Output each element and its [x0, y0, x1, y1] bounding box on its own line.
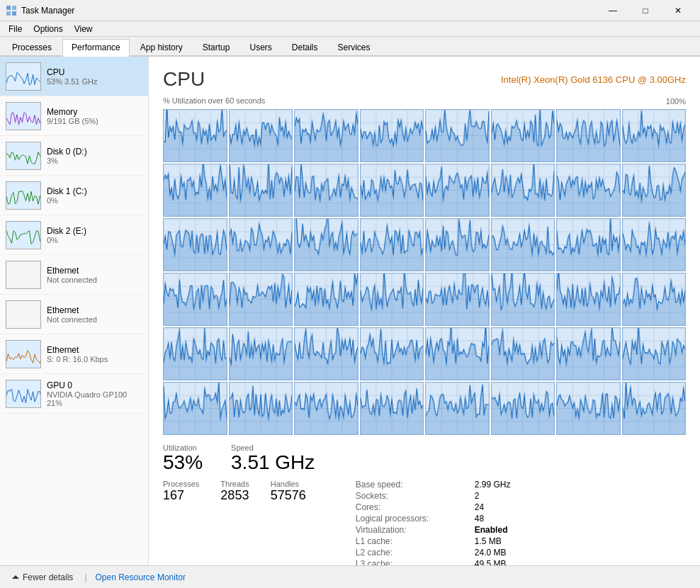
open-resource-monitor-label: Open Resource Monitor [96, 572, 186, 582]
cpu-graph-cell-12 [425, 164, 490, 217]
sidebar-item-disk1[interactable]: Disk 1 (C:) 0% [0, 176, 148, 215]
sidebar-item-eth2[interactable]: Ethernet Not connected [0, 295, 148, 334]
spec-l3-label: L3 cache: [356, 559, 469, 565]
cpu-graph-cell-18 [294, 218, 359, 271]
sidebar-detail-disk2: 0% [47, 236, 142, 244]
cpu-graph-cell-5 [491, 109, 555, 162]
detail-panel: CPU Intel(R) Xeon(R) Gold 6136 CPU @ 3.0… [149, 57, 700, 565]
cpu-graph-cell-2 [294, 109, 359, 162]
sidebar-thumb-disk2 [6, 221, 41, 249]
cpu-graph-cell-35 [360, 327, 424, 380]
cpu-graph-cell-34 [294, 327, 359, 380]
sidebar-info-cpu: CPU 53% 3.51 GHz [47, 67, 142, 86]
sidebar-item-cpu[interactable]: CPU 53% 3.51 GHz [0, 57, 148, 96]
tab-services[interactable]: Services [329, 39, 380, 55]
cpu-graph-cell-30 [556, 273, 621, 326]
cpu-graph-cell-19 [360, 218, 424, 271]
cpu-graph-cell-28 [425, 273, 490, 326]
app-icon [6, 5, 17, 16]
tab-performance[interactable]: Performance [62, 39, 130, 57]
spec-base-speed: Base speed: 2.99 GHz [356, 480, 511, 490]
svg-rect-2 [6, 11, 11, 16]
sidebar-detail-memory: 9/191 GB (5%) [47, 117, 142, 125]
tab-app-history[interactable]: App history [131, 39, 192, 55]
spec-logical: Logical processors: 48 [356, 514, 511, 524]
cpu-graph-cell-0 [163, 109, 227, 162]
cpu-graph-cell-23 [622, 218, 687, 271]
cpu-graph-cell-4 [425, 109, 490, 162]
spec-virt-value: Enabled [475, 525, 508, 535]
cpu-graph-cell-44 [425, 382, 490, 435]
cpu-graph-cell-45 [491, 382, 555, 435]
sidebar-info-gpu: GPU 0 NVIDIA Quadro GP100 21% [47, 380, 142, 407]
cpu-graph-cell-26 [294, 273, 359, 326]
spec-virt: Virtualization: Enabled [356, 525, 511, 535]
cpu-graph-cell-47 [622, 382, 687, 435]
sidebar-item-gpu[interactable]: GPU 0 NVIDIA Quadro GP100 21% [0, 374, 148, 414]
minimize-button[interactable]: — [597, 0, 629, 21]
cpu-graph-cell-46 [556, 382, 621, 435]
cpu-graph-cell-38 [556, 327, 621, 380]
sidebar-thumb-cpu [6, 62, 41, 91]
cpu-graph-cell-41 [229, 382, 293, 435]
cpu-graph-cell-29 [491, 273, 555, 326]
cpu-graph-cell-17 [229, 218, 293, 271]
fewer-details-button[interactable]: Fewer details [9, 571, 76, 584]
processes-value: 167 [163, 488, 199, 503]
cpu-graph-cell-11 [360, 164, 424, 217]
cpu-graph-cell-27 [360, 273, 424, 326]
spec-virt-label: Virtualization: [356, 525, 469, 535]
sidebar-item-disk2[interactable]: Disk 2 (E:) 0% [0, 215, 148, 255]
spec-l1: L1 cache: 1.5 MB [356, 536, 511, 546]
tab-startup[interactable]: Startup [193, 39, 239, 55]
sidebar-detail-disk0: 3% [47, 157, 142, 165]
spec-l3-value: 49.5 MB [475, 559, 507, 565]
svg-rect-0 [6, 6, 11, 10]
sidebar-detail-eth3: S: 0 R: 16.0 Kbps [47, 355, 142, 363]
spec-logical-label: Logical processors: [356, 514, 469, 524]
cpu-graph-cell-25 [229, 273, 293, 326]
open-resource-monitor-link[interactable]: Open Resource Monitor [96, 572, 186, 582]
tab-details[interactable]: Details [283, 39, 327, 55]
tab-processes[interactable]: Processes [3, 39, 61, 55]
svg-marker-4 [12, 575, 19, 579]
sidebar-name-disk1: Disk 1 (C:) [47, 186, 142, 196]
tab-users[interactable]: Users [240, 39, 281, 55]
maximize-button[interactable]: □ [629, 0, 662, 21]
cpu-graph-cell-36 [425, 327, 490, 380]
cpu-graph-cell-3 [360, 109, 424, 162]
title-bar: Task Manager — □ ✕ [0, 0, 700, 21]
spec-l2-label: L2 cache: [356, 548, 469, 558]
close-button[interactable]: ✕ [662, 0, 694, 21]
main-content: CPU 53% 3.51 GHz Memory 9/191 GB (5%) Di… [0, 57, 700, 565]
cpu-graph-cell-1 [229, 109, 293, 162]
menu-file[interactable]: File [3, 23, 28, 35]
cpu-graph-cell-31 [622, 273, 687, 326]
cpu-graph-cell-16 [163, 218, 227, 271]
cpu-model: Intel(R) Xeon(R) Gold 6136 CPU @ 3.00GHz [501, 74, 686, 85]
spec-l1-value: 1.5 MB [475, 536, 502, 546]
cpu-graph-cell-9 [229, 164, 293, 217]
cpu-graph-cell-21 [491, 218, 555, 271]
processes-label: Processes [163, 480, 199, 488]
spec-cores-label: Cores: [356, 502, 469, 512]
cpu-graph-cell-15 [622, 164, 687, 217]
percent-max: 100% [666, 97, 686, 106]
sidebar-thumb-eth1 [6, 261, 41, 289]
sidebar-name-disk2: Disk 2 (E:) [47, 226, 142, 236]
sidebar-item-disk0[interactable]: Disk 0 (D:) 3% [0, 136, 148, 176]
sidebar-thumb-gpu [6, 380, 41, 408]
cpu-graph-cell-24 [163, 273, 227, 326]
cpu-graph-cell-39 [622, 327, 687, 380]
sidebar-item-eth3[interactable]: Ethernet S: 0 R: 16.0 Kbps [0, 334, 148, 374]
menu-options[interactable]: Options [28, 23, 68, 35]
cpu-graph-cell-14 [556, 164, 621, 217]
cpu-panel-title: CPU [163, 68, 205, 91]
sidebar-name-gpu: GPU 0 [47, 380, 142, 390]
sidebar-thumb-eth2 [6, 300, 41, 329]
sidebar-name-eth1: Ethernet [47, 266, 142, 276]
cpu-graph-cell-13 [491, 164, 555, 217]
menu-view[interactable]: View [69, 23, 98, 35]
sidebar-item-memory[interactable]: Memory 9/191 GB (5%) [0, 96, 148, 136]
sidebar-item-eth1[interactable]: Ethernet Not connected [0, 255, 148, 295]
